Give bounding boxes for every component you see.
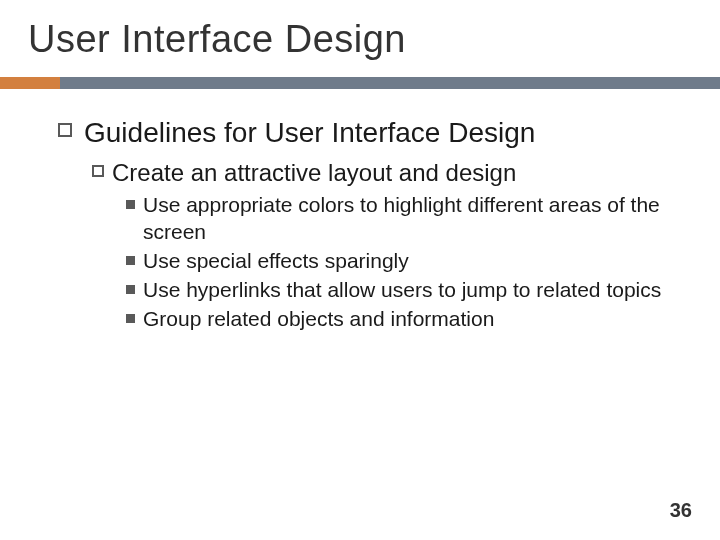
bullet-list: Use appropriate colors to highlight diff… [126,192,680,332]
list-item: Use appropriate colors to highlight diff… [126,192,680,246]
bullet-text: Group related objects and information [143,306,494,333]
bullet-text: Use appropriate colors to highlight diff… [143,192,680,246]
content-area: Guidelines for User Interface Design Cre… [0,89,720,332]
title-rule [0,77,720,89]
subpoint-text: Create an attractive layout and design [112,158,516,188]
heading-text: Guidelines for User Interface Design [84,115,535,150]
square-open-bullet-icon [92,165,104,177]
list-item: Use hyperlinks that allow users to jump … [126,277,680,304]
bullet-text: Use special effects sparingly [143,248,409,275]
list-item: Use special effects sparingly [126,248,680,275]
square-bullet-icon [126,200,135,209]
accent-block [0,77,60,89]
slide: User Interface Design Guidelines for Use… [0,0,720,540]
square-bullet-icon [126,256,135,265]
square-bullet-icon [126,314,135,323]
list-item: Create an attractive layout and design [92,158,680,188]
square-open-bullet-icon [58,123,72,137]
rule-bar [60,77,720,89]
slide-title: User Interface Design [0,0,720,61]
bullet-text: Use hyperlinks that allow users to jump … [143,277,661,304]
list-item: Group related objects and information [126,306,680,333]
list-item: Guidelines for User Interface Design [58,115,680,150]
square-bullet-icon [126,285,135,294]
page-number: 36 [670,499,692,522]
